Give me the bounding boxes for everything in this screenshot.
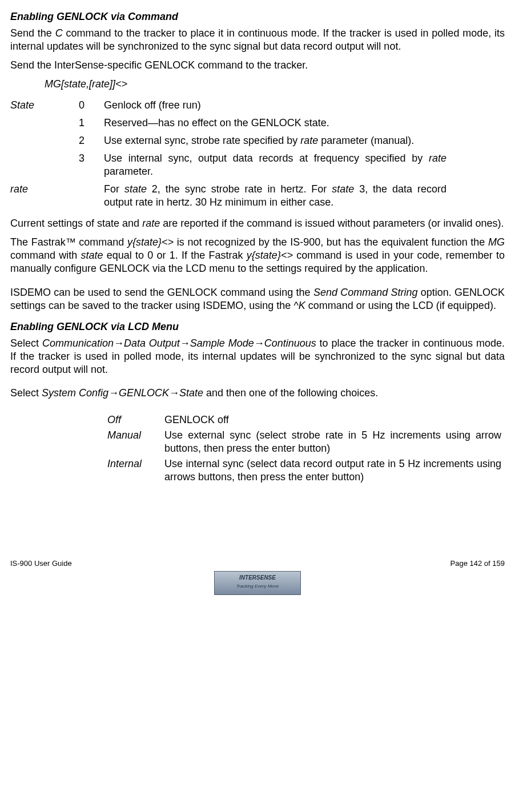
table-row: Off GENLOCK off	[107, 412, 501, 428]
menu-off-desc: GENLOCK off	[164, 412, 501, 428]
text: equal to 0 or 1. If the Fastrak	[103, 250, 247, 261]
text: command or using the LCD (if equipped).	[305, 300, 496, 311]
text: 2, the sync strobe rate in hertz. For	[147, 183, 332, 195]
state-label: State	[10, 97, 79, 114]
para-isdemo: ISDEMO can be used to send the GENLOCK c…	[10, 286, 505, 312]
text: are reported if the command is issued wi…	[160, 218, 504, 229]
para-fastrak: The Fastrak™ command y{state}<> is not r…	[10, 236, 505, 275]
menu-manual-desc: Use external sync (select strobe rate in…	[164, 428, 501, 456]
text: Send the	[10, 27, 55, 39]
state-word: state	[124, 183, 147, 195]
send-command-string: Send Command String	[313, 287, 418, 298]
state-word: state	[81, 250, 103, 261]
table-row: 1 Reserved—has no effect on the GENLOCK …	[10, 114, 446, 132]
section-heading-lcd: Enabling GENLOCK via LCD Menu	[10, 320, 505, 333]
footer-doc-title: IS-900 User Guide	[10, 559, 72, 569]
ystate-cmd: y{state}<>	[247, 250, 293, 261]
lcd-menu-table: Off GENLOCK off Manual Use external sync…	[107, 412, 501, 485]
state-desc: Use internal sync, output data records a…	[104, 150, 446, 180]
rate-label: rate	[10, 180, 79, 211]
logo-tagline: Tracking Every Move	[236, 584, 279, 589]
table-row: rate For state 2, the sync strobe rate i…	[10, 180, 446, 211]
text: parameter.	[104, 166, 153, 177]
menu-internal-desc: Use internal sync (select data record ou…	[164, 456, 501, 485]
state-table: State 0 Genlock off (free run) 1 Reserve…	[10, 97, 446, 211]
rate-word: rate	[300, 135, 318, 146]
rate-word: rate	[429, 152, 446, 164]
mg-cmd: MG	[488, 236, 505, 248]
state-key: 0	[79, 97, 104, 114]
menu-path: Communication→Data Output→Sample Mode→Co…	[42, 337, 316, 349]
rate-desc: For state 2, the sync strobe rate in her…	[104, 180, 446, 211]
state-desc: Reserved—has no effect on the GENLOCK st…	[104, 114, 446, 132]
menu-path: System Config→GENLOCK→State	[42, 387, 203, 399]
para-lcd-select2: Select System Config→GENLOCK→State and t…	[10, 387, 505, 400]
ystate-cmd: y{state}<>	[127, 236, 174, 248]
c-command: C	[55, 27, 63, 39]
text: command with	[10, 250, 81, 261]
rate-word: rate	[142, 218, 160, 229]
text: The Fastrak™ command	[10, 236, 127, 248]
table-row: 3 Use internal sync, output data records…	[10, 150, 446, 180]
para-send-genlock: Send the InterSense-specific GENLOCK com…	[10, 59, 505, 72]
logo-text: INTERSENSE	[239, 574, 276, 581]
table-row: Internal Use internal sync (select data …	[107, 456, 501, 485]
text: command to the tracker to place it in co…	[10, 27, 505, 52]
text: Select	[10, 337, 42, 349]
text: Use internal sync, output data records a…	[104, 152, 429, 164]
state-desc: Use external sync, strobe rate specified…	[104, 132, 446, 150]
section-heading-command: Enabling GENLOCK via Command	[10, 10, 505, 23]
text: and then one of the following choices.	[203, 387, 378, 399]
text: Use external sync, strobe rate specified…	[104, 135, 300, 146]
text: parameter (manual).	[318, 135, 414, 146]
text: For	[104, 183, 124, 195]
table-row: State 0 Genlock off (free run)	[10, 97, 446, 114]
command-syntax: MG[state,[rate]]<>	[45, 78, 505, 91]
state-word: state	[332, 183, 354, 195]
text: Select	[10, 387, 42, 399]
para-current-settings: Current settings of state and rate are r…	[10, 217, 505, 230]
state-key: 2	[79, 132, 104, 150]
table-row: Manual Use external sync (select strobe …	[107, 428, 501, 456]
text: Current settings of state and	[10, 218, 142, 229]
page-footer: IS-900 User Guide Page 142 of 159 INTERS…	[10, 559, 505, 595]
para-lcd-select1: Select Communication→Data Output→Sample …	[10, 337, 505, 376]
state-desc: Genlock off (free run)	[104, 97, 446, 114]
intersense-logo: INTERSENSE Tracking Every Move	[214, 571, 301, 595]
ctrl-k-cmd: ^K	[293, 300, 305, 311]
state-key: 1	[79, 114, 104, 132]
text: is not recognized by the IS-900, but has…	[174, 236, 488, 248]
menu-manual-label: Manual	[107, 428, 164, 456]
text: ISDEMO can be used to send the GENLOCK c…	[10, 287, 313, 298]
para-send-c: Send the C command to the tracker to pla…	[10, 27, 505, 53]
table-row: 2 Use external sync, strobe rate specifi…	[10, 132, 446, 150]
menu-off-label: Off	[107, 412, 164, 428]
state-key: 3	[79, 150, 104, 180]
footer-page-number: Page 142 of 159	[450, 559, 505, 569]
menu-internal-label: Internal	[107, 456, 164, 485]
